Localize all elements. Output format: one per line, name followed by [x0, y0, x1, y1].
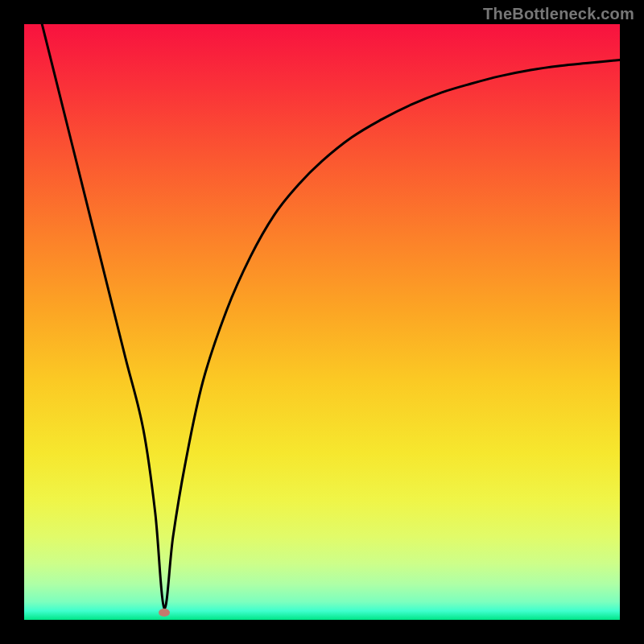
- bottleneck-curve: [24, 24, 620, 620]
- plot-area: [24, 24, 620, 620]
- watermark-text: TheBottleneck.com: [483, 5, 634, 23]
- chart-frame: TheBottleneck.com: [0, 0, 644, 644]
